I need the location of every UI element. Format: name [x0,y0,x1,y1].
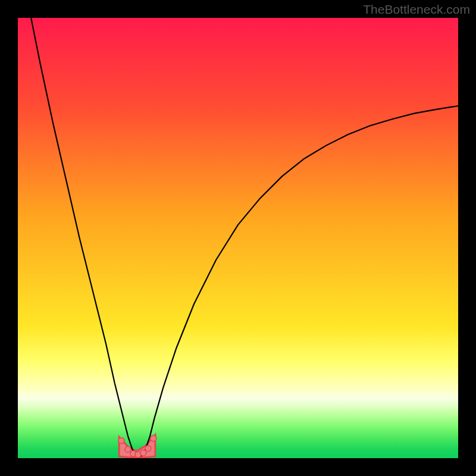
chart-container: TheBottleneck.com [0,0,476,476]
highlight-point [118,437,124,443]
highlight-point [125,446,131,452]
highlight-point [151,436,156,441]
plot-svg [18,18,458,458]
plot-area [18,18,458,458]
highlight-point [145,446,151,452]
gradient-background [18,18,458,458]
highlight-point [140,450,146,456]
watermark-text: TheBottleneck.com [363,2,470,17]
